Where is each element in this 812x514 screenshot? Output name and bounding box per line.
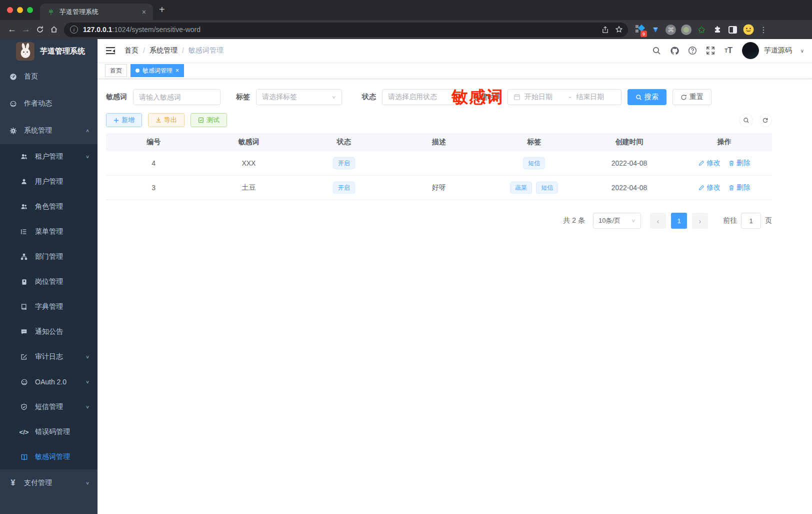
sidebar-item-home[interactable]: 首页 bbox=[0, 63, 98, 90]
delete-link[interactable]: 删除 bbox=[728, 183, 750, 192]
table-tools bbox=[740, 114, 772, 127]
sidebar-item-dict[interactable]: 字典管理 bbox=[0, 294, 98, 319]
github-icon[interactable] bbox=[670, 46, 680, 56]
breadcrumb-home[interactable]: 首页 bbox=[124, 46, 138, 55]
chevron-down-icon: ∨ bbox=[86, 379, 90, 384]
chevron-down-icon: ∨ bbox=[86, 480, 90, 485]
tab-close-icon[interactable]: × bbox=[140, 8, 148, 16]
browser-menu-icon[interactable]: ⋮ bbox=[756, 22, 772, 37]
chevron-down-icon: ∨ bbox=[332, 95, 336, 100]
keyword-input-field[interactable] bbox=[139, 93, 214, 101]
extensions-puzzle-icon[interactable] bbox=[710, 22, 725, 37]
reset-button[interactable]: 重置 bbox=[672, 89, 712, 105]
col-desc: 描述 bbox=[392, 138, 486, 147]
keyword-input[interactable] bbox=[133, 89, 220, 105]
sidebar-item-label: 支付管理 bbox=[24, 478, 52, 487]
sidebar-item-audit-log[interactable]: 审计日志 ∨ bbox=[0, 344, 98, 369]
sidebar-item-label: 菜单管理 bbox=[35, 227, 63, 236]
page-size-select[interactable]: 10条/页 ∨ bbox=[593, 213, 641, 229]
home-icon[interactable] bbox=[47, 23, 61, 37]
goto-label: 前往 bbox=[723, 216, 737, 225]
sidebar-item-notice[interactable]: 通知公告 bbox=[0, 319, 98, 344]
breadcrumb-system[interactable]: 系统管理 bbox=[150, 46, 178, 55]
extension-cmd-icon[interactable]: ⌘ bbox=[663, 22, 678, 37]
delete-link[interactable]: 删除 bbox=[728, 159, 750, 168]
date-range-picker[interactable]: 开始日期 - 结束日期 bbox=[508, 89, 622, 105]
refresh-icon[interactable] bbox=[758, 114, 772, 127]
close-window-button[interactable] bbox=[7, 7, 13, 13]
sidebar-item-post[interactable]: 岗位管理 bbox=[0, 269, 98, 294]
share-icon[interactable] bbox=[598, 26, 612, 34]
extension-diamond-icon[interactable]: 9 bbox=[632, 22, 648, 37]
reload-icon[interactable] bbox=[33, 23, 47, 37]
sidebar-item-user[interactable]: 用户管理 bbox=[0, 169, 98, 194]
export-button[interactable]: 导出 bbox=[148, 113, 184, 127]
page-unit-label: 页 bbox=[765, 216, 772, 225]
main-area: 敏感词 首页 / 系统管理 / 敏感词管理 TT 芋道源码 ∨ bbox=[98, 39, 812, 514]
sidebar-item-system[interactable]: 系统管理 ∧ bbox=[0, 117, 98, 144]
edit-link[interactable]: 修改 bbox=[698, 183, 720, 192]
new-tab-button[interactable]: + bbox=[159, 4, 165, 16]
users-icon bbox=[20, 153, 28, 161]
sidebar-item-author-news[interactable]: 作者动态 bbox=[0, 90, 98, 117]
user-menu-caret-icon[interactable]: ∨ bbox=[800, 48, 804, 54]
url-bar[interactable]: i 127.0.0.1:1024/system/sensitive-word bbox=[64, 23, 628, 37]
bookmark-star-icon[interactable] bbox=[612, 26, 626, 34]
sidebar-item-payment[interactable]: ¥ 支付管理 ∨ bbox=[0, 469, 98, 496]
site-info-icon[interactable]: i bbox=[70, 26, 78, 34]
next-page-button[interactable]: › bbox=[692, 213, 708, 229]
search-button-label: 搜索 bbox=[644, 93, 658, 102]
sidebar-item-oauth[interactable]: OAuth 2.0 ∨ bbox=[0, 369, 98, 394]
shield-check-icon bbox=[20, 403, 28, 411]
page-number-button[interactable]: 1 bbox=[671, 213, 687, 229]
search-button[interactable]: 搜索 bbox=[628, 89, 666, 105]
gear-icon bbox=[9, 127, 17, 135]
table-row: 3 土豆 开启 好呀 蔬菜短信 2022-04-08 修改 删除 bbox=[106, 176, 772, 200]
active-dot bbox=[136, 69, 140, 73]
extension-gem-icon[interactable] bbox=[648, 22, 663, 37]
sidebar-item-label: 角色管理 bbox=[35, 202, 63, 211]
app-frame: 芋道管理系统 首页 作者动态 系统管理 ∧ 租户管理 ∨ bbox=[0, 39, 812, 514]
sidebar-item-dept[interactable]: 部门管理 bbox=[0, 244, 98, 269]
sidebar-item-tenant[interactable]: 租户管理 ∨ bbox=[0, 144, 98, 169]
goto-page-input[interactable] bbox=[741, 213, 761, 229]
browser-tab[interactable]: 芋道管理系统 × bbox=[40, 4, 153, 20]
extension-star-icon[interactable]: ✩ bbox=[694, 22, 710, 37]
tag-view-home[interactable]: 首页 bbox=[105, 64, 127, 77]
edit-link[interactable]: 修改 bbox=[698, 159, 720, 168]
cell-created: 2022-04-08 bbox=[582, 159, 676, 167]
forward-icon[interactable]: → bbox=[19, 23, 33, 37]
cell-created: 2022-04-08 bbox=[582, 184, 676, 192]
traffic-lights bbox=[7, 7, 33, 13]
sidebar-item-role[interactable]: 角色管理 bbox=[0, 194, 98, 219]
sidebar-item-sms[interactable]: 短信管理 ∨ bbox=[0, 394, 98, 419]
prev-page-button[interactable]: ‹ bbox=[650, 213, 666, 229]
username[interactable]: 芋道源码 bbox=[764, 46, 792, 55]
fullscreen-icon[interactable] bbox=[706, 46, 716, 56]
logo-row[interactable]: 芋道管理系统 bbox=[0, 39, 98, 63]
test-button[interactable]: 测试 bbox=[190, 113, 227, 127]
tag-label: 敏感词管理 bbox=[142, 67, 172, 75]
tag-select[interactable]: 请选择标签 ∨ bbox=[256, 89, 342, 105]
calendar-icon bbox=[514, 94, 520, 101]
collapse-sidebar-icon[interactable] bbox=[106, 46, 116, 56]
back-icon[interactable]: ← bbox=[5, 23, 19, 37]
profile-emoji-avatar[interactable] bbox=[740, 22, 756, 37]
user-avatar[interactable] bbox=[742, 42, 759, 59]
col-word: 敏感词 bbox=[201, 138, 296, 147]
font-size-icon[interactable]: TT bbox=[724, 46, 734, 56]
extension-record-icon[interactable] bbox=[678, 22, 694, 37]
side-panel-icon[interactable] bbox=[725, 22, 740, 37]
hide-search-icon[interactable] bbox=[740, 114, 753, 127]
tag-view-sensitive-word[interactable]: 敏感词管理 × bbox=[130, 64, 184, 77]
help-icon[interactable] bbox=[688, 46, 698, 56]
sidebar-item-errcode[interactable]: </> 错误码管理 bbox=[0, 419, 98, 444]
minimize-window-button[interactable] bbox=[17, 7, 23, 13]
add-button[interactable]: 新增 bbox=[106, 113, 142, 127]
sidebar-item-sensitive-word[interactable]: 敏感词管理 bbox=[0, 444, 98, 469]
search-icon[interactable] bbox=[652, 46, 662, 56]
tag-close-icon[interactable]: × bbox=[176, 67, 179, 74]
zoom-window-button[interactable] bbox=[27, 7, 33, 13]
sidebar-item-menu[interactable]: 菜单管理 bbox=[0, 219, 98, 244]
url-text[interactable]: 127.0.0.1:1024/system/sensitive-word bbox=[83, 26, 598, 34]
